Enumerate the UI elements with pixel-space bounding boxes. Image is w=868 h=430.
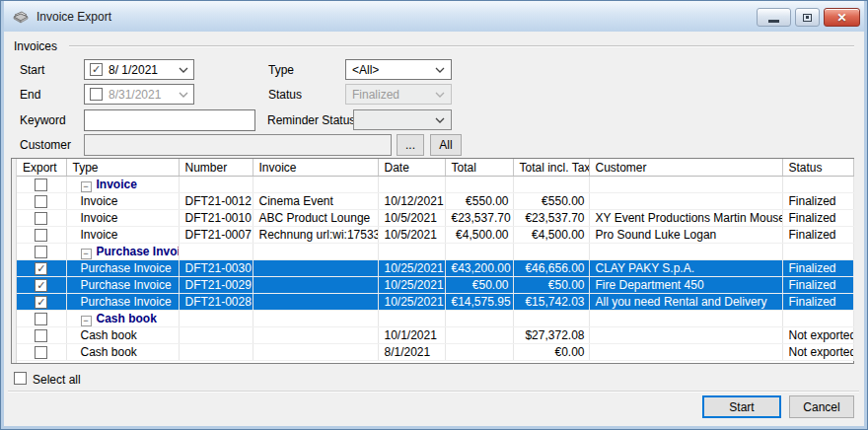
- column-header-export[interactable]: Export: [17, 159, 66, 177]
- cell-total: €43,200.00: [445, 260, 513, 277]
- column-header-total-incl-tax[interactable]: Total incl. Tax: [513, 159, 589, 177]
- column-header-total[interactable]: Total: [445, 159, 513, 177]
- chevron-down-icon: [179, 92, 188, 98]
- cell-export: ✓: [17, 260, 66, 277]
- customer-all-button[interactable]: All: [430, 134, 462, 156]
- column-header-status[interactable]: Status: [782, 159, 853, 177]
- end-date-value: 8/31/2021: [108, 88, 161, 102]
- keyword-label: Keyword: [20, 113, 66, 127]
- cell-export: ✓: [17, 294, 66, 311]
- row-export-checkbox[interactable]: [35, 195, 47, 208]
- keyword-input[interactable]: [84, 109, 255, 131]
- select-all-checkbox[interactable]: [14, 372, 27, 385]
- type-select[interactable]: <All>: [345, 59, 452, 80]
- cell-export: [17, 177, 66, 193]
- cell-type: Purchase Invoice: [66, 294, 179, 311]
- start-date-checkbox[interactable]: ✓: [90, 63, 103, 76]
- row-export-checkbox[interactable]: [35, 329, 47, 342]
- row-export-checkbox[interactable]: ✓: [35, 279, 47, 292]
- table-row[interactable]: ✓Purchase InvoiceDFT21-002910/25/2021€50…: [17, 277, 853, 294]
- cell-number: DFT21-0028: [179, 294, 253, 311]
- cell-date: 10/25/2021: [378, 294, 445, 311]
- cell-date: 10/1/2021: [378, 327, 445, 344]
- table-row[interactable]: ✓Purchase InvoiceDFT21-003010/25/2021€43…: [17, 260, 853, 277]
- cell-customer: Pro Sound Luke Logan: [589, 227, 782, 244]
- reminder-status-select[interactable]: [353, 109, 452, 130]
- maximize-button[interactable]: [795, 8, 820, 27]
- minimize-button[interactable]: [757, 8, 791, 27]
- cell-total: €4,500.00: [445, 227, 513, 244]
- row-export-checkbox[interactable]: ✓: [35, 262, 47, 275]
- cell-invoice: Rechnung url:wi:17533: [253, 227, 378, 244]
- row-export-checkbox[interactable]: [35, 313, 47, 325]
- table-row[interactable]: Cash book8/1/2021€0.00Not exported: [17, 344, 853, 361]
- invoice-export-window: Invoice Export ✕ Invoices Start End Keyw…: [0, 0, 868, 430]
- table-row[interactable]: ✓Purchase InvoiceDFT21-002810/25/2021€14…: [17, 294, 853, 311]
- customer-input[interactable]: [84, 134, 392, 156]
- cell-date: 10/25/2021: [378, 277, 445, 294]
- row-export-checkbox[interactable]: [35, 179, 47, 191]
- cell-empty: [253, 311, 378, 327]
- cell-empty: [378, 177, 445, 193]
- row-export-checkbox[interactable]: [35, 212, 47, 225]
- table-row[interactable]: Cash book10/1/2021$27,372.08Not exported: [17, 327, 853, 344]
- table-row[interactable]: InvoiceDFT21-0007Rechnung url:wi:1753310…: [17, 227, 853, 244]
- start-date-picker[interactable]: ✓ 8/ 1/2021: [84, 59, 194, 80]
- start-label: Start: [20, 63, 44, 77]
- table-row[interactable]: InvoiceDFT21-0010ABC Product Lounge10/5/…: [17, 210, 853, 227]
- collapse-icon[interactable]: −: [81, 249, 92, 259]
- title-bar: Invoice Export ✕: [4, 1, 864, 32]
- cell-status: Finalized: [782, 193, 853, 210]
- row-export-checkbox[interactable]: ✓: [35, 296, 47, 309]
- close-button[interactable]: ✕: [824, 8, 860, 27]
- printer-icon: [12, 9, 29, 24]
- cell-invoice: [253, 277, 378, 294]
- row-export-checkbox[interactable]: [35, 246, 47, 258]
- column-header-customer[interactable]: Customer: [589, 159, 782, 177]
- customer-browse-button[interactable]: ...: [397, 134, 424, 156]
- cell-empty: [782, 311, 853, 327]
- table-row[interactable]: InvoiceDFT21-0012Cinema Event10/12/2021€…: [17, 193, 853, 210]
- group-row[interactable]: −Purchase Invoice: [17, 244, 853, 260]
- cell-empty: [445, 311, 513, 327]
- cell-type: Cash book: [66, 344, 179, 361]
- row-export-checkbox[interactable]: [35, 346, 47, 359]
- invoice-table: ExportTypeNumberInvoiceDateTotalTotal in…: [11, 158, 854, 364]
- end-date-checkbox[interactable]: [90, 88, 103, 101]
- collapse-icon[interactable]: −: [81, 316, 92, 326]
- cell-number: DFT21-0030: [179, 260, 253, 277]
- group-row[interactable]: −Invoice: [17, 177, 853, 193]
- cell-status: Finalized: [782, 260, 853, 277]
- column-header-invoice[interactable]: Invoice: [253, 159, 378, 177]
- chevron-down-icon: [179, 67, 188, 73]
- column-header-number[interactable]: Number: [179, 159, 253, 177]
- cell-status: Finalized: [782, 227, 853, 244]
- type-value: <All>: [352, 63, 379, 77]
- row-export-checkbox[interactable]: [35, 229, 47, 242]
- cancel-button[interactable]: Cancel: [789, 395, 854, 418]
- cell-status: Not exported: [782, 327, 853, 344]
- start-button[interactable]: Start: [702, 395, 781, 418]
- cell-empty: [513, 177, 589, 193]
- column-header-date[interactable]: Date: [378, 159, 445, 177]
- cell-empty: [179, 311, 253, 327]
- cell-status: Finalized: [782, 210, 853, 227]
- cell-total: €23,537.70: [445, 210, 513, 227]
- cell-number: DFT21-0029: [179, 277, 253, 294]
- cell-empty: [589, 244, 782, 260]
- cell-total: €550.00: [445, 193, 513, 210]
- column-header-type[interactable]: Type: [66, 159, 179, 177]
- cell-export: [17, 227, 66, 244]
- chevron-down-icon: [435, 117, 445, 123]
- group-row[interactable]: −Cash book: [17, 311, 853, 327]
- cell-empty: [253, 244, 378, 260]
- cell-invoice: [253, 344, 378, 361]
- end-date-picker[interactable]: 8/31/2021: [84, 84, 194, 105]
- cell-total: €14,575.95: [445, 294, 513, 311]
- cell-export: [17, 311, 66, 327]
- collapse-icon[interactable]: −: [81, 181, 92, 192]
- cell-total_incl_tax: €50.00: [513, 277, 589, 294]
- cell-date: 10/5/2021: [378, 227, 445, 244]
- cell-date: 10/25/2021: [378, 260, 445, 277]
- chevron-down-icon: [435, 92, 445, 98]
